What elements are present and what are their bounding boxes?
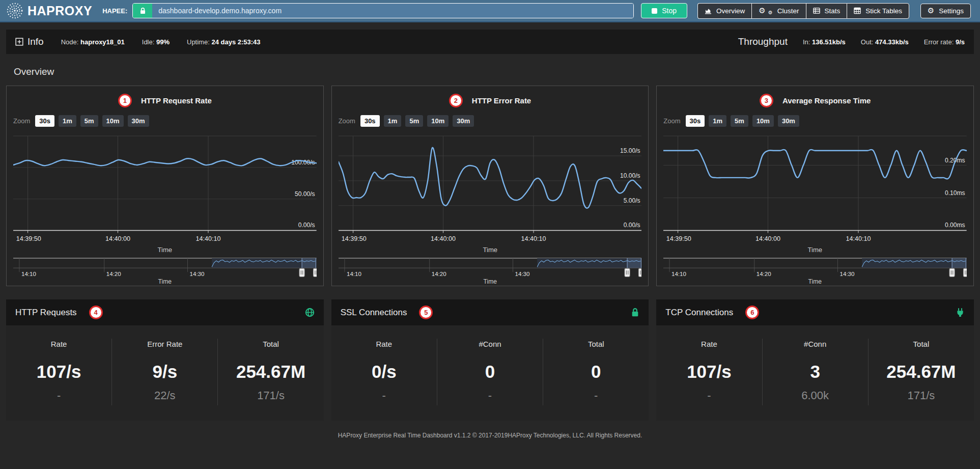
step-badge: 5 (419, 306, 433, 319)
uptime-info: Uptime: 24 days 2:53:43 (187, 38, 261, 46)
chart-navigator[interactable]: 14:1014:2014:30Time (339, 257, 642, 286)
line-chart: 0.00ms0.10ms0.20ms14:39:5014:40:0014:40:… (663, 133, 967, 255)
svg-text:50.00/s: 50.00/s (295, 190, 315, 198)
zoom-5m-button[interactable]: 5m (731, 115, 748, 127)
hapee-label: HAPEE: (102, 7, 127, 15)
svg-text:Time: Time (808, 246, 823, 254)
svg-text:14:40:10: 14:40:10 (196, 235, 221, 242)
step-badge: 1 (118, 94, 132, 107)
settings-button[interactable]: ⚙ Settings (920, 4, 971, 18)
svg-text:14:20: 14:20 (757, 271, 771, 277)
chart-header: 3 Average Response Time (663, 94, 967, 107)
zoom-30s-button[interactable]: 30s (686, 115, 705, 127)
url-input[interactable] (152, 4, 633, 18)
svg-text:14:10: 14:10 (671, 271, 686, 277)
info-bar: Info Node: haproxy18_01 Idle: 99% Uptime… (6, 30, 974, 54)
chart-title: Average Response Time (782, 96, 871, 105)
svg-text:14:20: 14:20 (106, 271, 121, 277)
zoom-30m-button[interactable]: 30m (128, 115, 149, 127)
globe-icon (305, 308, 315, 317)
zoom-30m-button[interactable]: 30m (778, 115, 799, 127)
zoom-10m-button[interactable]: 10m (752, 115, 774, 127)
zoom-1m-button[interactable]: 1m (59, 115, 76, 127)
svg-text:14:30: 14:30 (515, 271, 529, 277)
navigator-handle[interactable] (313, 268, 316, 277)
stick-tables-button[interactable]: Stick Tables (847, 3, 909, 19)
card-header: TCP Connections 6 (656, 299, 974, 325)
zoom-1m-button[interactable]: 1m (384, 115, 402, 127)
cluster-button[interactable]: ⚙⚙ Cluster (751, 3, 805, 19)
svg-text:Time: Time (483, 278, 497, 285)
plug-icon (956, 308, 965, 317)
svg-text:14:10: 14:10 (347, 271, 361, 277)
navigator-handle[interactable] (638, 268, 641, 277)
stat-col: Rate 107/s - (6, 339, 111, 405)
chart-title: HTTP Request Rate (141, 96, 212, 105)
card-tcp-connections: TCP Connections 6 Rate 107/s - #Conn 3 6… (656, 299, 974, 421)
stat-col: Total 254.67M 171/s (217, 339, 323, 405)
navigator-handle[interactable] (949, 268, 955, 277)
card-header: HTTP Requests 4 (6, 299, 324, 325)
chart-navigator[interactable]: 14:1014:2014:30Time (13, 257, 317, 286)
card-body: Rate 107/s - #Conn 3 6.00k Total 254.67M… (656, 325, 974, 421)
zoom-label: Zoom (13, 117, 30, 125)
stat-col: Total 254.67M 171/s (868, 339, 974, 405)
navigator-handle[interactable] (964, 268, 967, 277)
expand-icon (15, 38, 23, 46)
zoom-5m-button[interactable]: 5m (405, 115, 423, 127)
overview-button[interactable]: Overview (697, 3, 751, 19)
card-body: Rate 107/s - Error Rate 9/s 22/s Total 2… (6, 325, 324, 421)
chart-panel-http-error-rate: 2 HTTP Error Rate Zoom 30s1m5m10m30m 0.0… (331, 86, 649, 286)
svg-text:Time: Time (158, 278, 172, 285)
card-header: SSL Connections 5 (331, 299, 649, 325)
chart-navigator[interactable]: 14:1014:2014:30Time (663, 257, 967, 286)
svg-text:14:39:50: 14:39:50 (341, 235, 366, 242)
haproxy-sphere-icon (6, 2, 23, 19)
lock-button[interactable] (133, 4, 152, 18)
node-info: Node: haproxy18_01 (61, 38, 125, 46)
chart-title: HTTP Error Rate (472, 96, 531, 105)
footer-copyright: HAProxy Enterprise Real Time Dashboard v… (0, 421, 980, 445)
zoom-5m-button[interactable]: 5m (80, 115, 98, 127)
chart-header: 1 HTTP Request Rate (13, 94, 317, 107)
svg-text:5.00/s: 5.00/s (623, 197, 640, 204)
zoom-30s-button[interactable]: 30s (360, 115, 380, 127)
chart-panel-http-request-rate: 1 HTTP Request Rate Zoom 30s1m5m10m30m 0… (6, 86, 324, 286)
error-rate-info: Error rate: 9/s (924, 38, 965, 46)
svg-text:14:40:00: 14:40:00 (431, 235, 456, 242)
navigator-handle[interactable] (299, 268, 304, 277)
svg-text:0.00/s: 0.00/s (298, 222, 315, 229)
zoom-1m-button[interactable]: 1m (709, 115, 726, 127)
brand-text: HAPROXY (27, 4, 92, 18)
section-title: Overview (14, 66, 974, 77)
zoom-label: Zoom (663, 117, 680, 125)
throughput-info: Throughput In: 136.51kb/s Out: 474.33kb/… (738, 36, 965, 47)
svg-text:Time: Time (808, 278, 822, 285)
zoom-label: Zoom (339, 117, 355, 125)
stop-icon (652, 8, 657, 14)
card-body: Rate 0/s - #Conn 0 - Total 0 - (331, 325, 649, 421)
haproxy-logo[interactable]: HAPROXY (6, 2, 92, 19)
chart-header: 2 HTTP Error Rate (339, 94, 642, 107)
zoom-10m-button[interactable]: 10m (102, 115, 124, 127)
zoom-30m-button[interactable]: 30m (453, 115, 474, 127)
stop-button[interactable]: Stop (641, 3, 687, 18)
address-bar (132, 3, 634, 18)
info-toggle[interactable]: Info (15, 36, 44, 47)
svg-text:0.10ms: 0.10ms (945, 189, 965, 197)
stat-col: Error Rate 9/s 22/s (111, 339, 217, 405)
stats-button[interactable]: Stats (806, 3, 847, 19)
card-http-requests: HTTP Requests 4 Rate 107/s - Error Rate … (6, 299, 324, 421)
table-list-icon (813, 7, 820, 14)
chart-panel-average-response-time: 3 Average Response Time Zoom 30s1m5m10m3… (656, 86, 974, 286)
overview-section: Overview 1 HTTP Request Rate Zoom 30s1m5… (6, 54, 974, 286)
zoom-controls: Zoom 30s1m5m10m30m (663, 115, 967, 127)
zoom-30s-button[interactable]: 30s (35, 115, 54, 127)
svg-text:14:40:10: 14:40:10 (846, 235, 871, 242)
zoom-10m-button[interactable]: 10m (427, 115, 449, 127)
svg-text:Time: Time (483, 246, 497, 254)
navigator-handle[interactable] (625, 268, 630, 277)
svg-text:14:30: 14:30 (840, 271, 855, 277)
grid-table-icon (854, 7, 861, 14)
svg-text:0.00/s: 0.00/s (623, 222, 640, 229)
